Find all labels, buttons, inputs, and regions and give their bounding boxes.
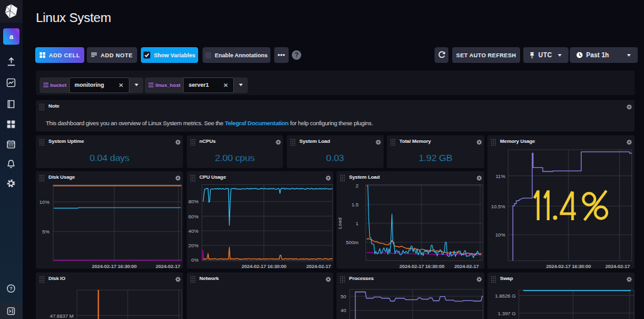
svg-text:11%: 11% <box>496 174 505 179</box>
svg-text:1.8626 G: 1.8626 G <box>495 293 516 299</box>
svg-text:2024-02-17: 2024-02-17 <box>606 264 631 269</box>
svg-text:50: 50 <box>341 294 347 299</box>
svg-text:1.397 G: 1.397 G <box>498 311 516 316</box>
svg-text:Disk IO: Disk IO <box>48 276 65 281</box>
svg-text:0%: 0% <box>191 257 198 263</box>
svg-text:Processes: Processes <box>349 276 374 281</box>
svg-text:CPU Usage: CPU Usage <box>199 174 226 180</box>
svg-text:2024-02-17 16:30:00: 2024-02-17 16:30:00 <box>242 264 287 269</box>
svg-text:2024-02-17: 2024-02-17 <box>156 264 181 269</box>
svg-text:47.6837 M: 47.6837 M <box>50 313 74 319</box>
svg-text:80%: 80% <box>188 199 198 204</box>
svg-text:1.5: 1.5 <box>352 202 359 208</box>
svg-text:Network: Network <box>199 276 219 281</box>
svg-text:2024-02-17 16:30:00: 2024-02-17 16:30:00 <box>546 264 591 269</box>
svg-text:Memory Usage: Memory Usage <box>500 138 535 144</box>
svg-text:System Uptime: System Uptime <box>48 138 84 144</box>
svg-text:Load: Load <box>337 218 343 229</box>
svg-text:Disk Usage: Disk Usage <box>48 174 75 180</box>
svg-text:40: 40 <box>341 308 347 313</box>
svg-text:2024-02-17 16:30:00: 2024-02-17 16:30:00 <box>399 264 445 269</box>
svg-text:500m: 500m <box>346 240 358 245</box>
svg-text:2024-02-17: 2024-02-17 <box>306 264 331 269</box>
svg-text:10.5%: 10.5% <box>491 204 506 210</box>
svg-text:10%: 10% <box>495 232 505 238</box>
svg-text:2024-02-17 16:30:00: 2024-02-17 16:30:00 <box>92 264 137 269</box>
svg-text:2024-02-17: 2024-02-17 <box>454 264 479 269</box>
svg-text:Swap: Swap <box>500 276 513 281</box>
svg-text:10%: 10% <box>39 199 49 205</box>
svg-text:nCPUs: nCPUs <box>199 138 216 144</box>
svg-text:40%: 40% <box>188 228 198 234</box>
svg-text:?: ? <box>9 286 13 291</box>
svg-text:60%: 60% <box>188 214 198 220</box>
svg-text:System Load: System Load <box>349 174 380 180</box>
svg-text:Note: Note <box>48 103 60 109</box>
svg-text:20%: 20% <box>188 243 198 249</box>
svg-text:System Load: System Load <box>299 138 330 144</box>
svg-text:1: 1 <box>356 221 359 227</box>
svg-text:2: 2 <box>356 183 359 189</box>
svg-text:5%: 5% <box>42 229 50 235</box>
svg-text:Total Memory: Total Memory <box>399 138 431 144</box>
